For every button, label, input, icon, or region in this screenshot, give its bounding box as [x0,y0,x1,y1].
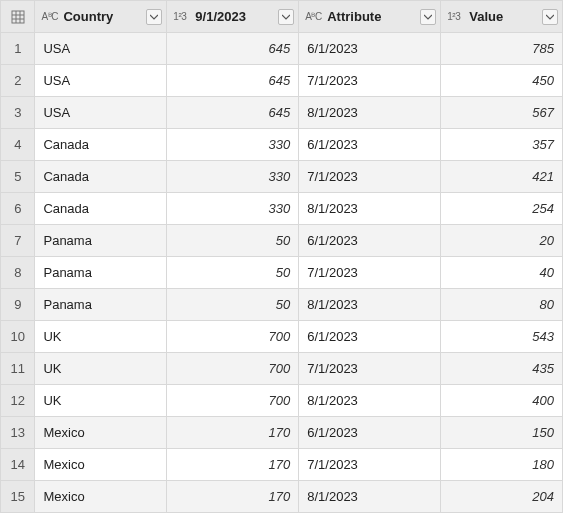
cell-value[interactable]: 543 [441,321,563,353]
cell-value[interactable]: 400 [441,385,563,417]
column-header-9-1-2023[interactable]: 1²3 9/1/2023 [167,1,299,33]
table-row[interactable]: 12UK7008/1/2023400 [1,385,563,417]
row-number[interactable]: 12 [1,385,35,417]
table-row[interactable]: 7Panama506/1/202320 [1,225,563,257]
row-number[interactable]: 2 [1,65,35,97]
cell-attribute[interactable]: 6/1/2023 [299,225,441,257]
cell-attribute[interactable]: 8/1/2023 [299,193,441,225]
table-row[interactable]: 5Canada3307/1/2023421 [1,161,563,193]
cell-value[interactable]: 80 [441,289,563,321]
cell-country[interactable]: Panama [35,289,167,321]
cell-sep[interactable]: 170 [167,417,299,449]
cell-sep[interactable]: 700 [167,385,299,417]
cell-country[interactable]: Panama [35,225,167,257]
cell-value[interactable]: 450 [441,65,563,97]
cell-country[interactable]: UK [35,321,167,353]
table-row[interactable]: 2USA6457/1/2023450 [1,65,563,97]
cell-country[interactable]: UK [35,353,167,385]
table-row[interactable]: 15Mexico1708/1/2023204 [1,481,563,513]
cell-attribute[interactable]: 8/1/2023 [299,289,441,321]
cell-sep[interactable]: 645 [167,65,299,97]
cell-attribute[interactable]: 7/1/2023 [299,353,441,385]
cell-value[interactable]: 40 [441,257,563,289]
table-row[interactable]: 3USA6458/1/2023567 [1,97,563,129]
cell-country[interactable]: USA [35,65,167,97]
row-number[interactable]: 6 [1,193,35,225]
type-badge-text-icon: AᴮC [305,12,323,22]
cell-attribute[interactable]: 7/1/2023 [299,449,441,481]
cell-sep[interactable]: 645 [167,33,299,65]
cell-sep[interactable]: 700 [167,321,299,353]
table-row[interactable]: 1USA6456/1/2023785 [1,33,563,65]
filter-dropdown-button[interactable] [278,9,294,25]
cell-country[interactable]: Mexico [35,449,167,481]
cell-country[interactable]: Mexico [35,417,167,449]
row-number[interactable]: 3 [1,97,35,129]
row-number[interactable]: 4 [1,129,35,161]
cell-value[interactable]: 435 [441,353,563,385]
cell-value[interactable]: 421 [441,161,563,193]
cell-sep[interactable]: 330 [167,193,299,225]
table-row[interactable]: 13Mexico1706/1/2023150 [1,417,563,449]
row-number[interactable]: 5 [1,161,35,193]
cell-value[interactable]: 180 [441,449,563,481]
row-number[interactable]: 14 [1,449,35,481]
cell-country[interactable]: UK [35,385,167,417]
cell-attribute[interactable]: 8/1/2023 [299,97,441,129]
row-number[interactable]: 13 [1,417,35,449]
row-number[interactable]: 10 [1,321,35,353]
cell-value[interactable]: 204 [441,481,563,513]
cell-value[interactable]: 150 [441,417,563,449]
cell-country[interactable]: Canada [35,193,167,225]
cell-sep[interactable]: 700 [167,353,299,385]
cell-attribute[interactable]: 6/1/2023 [299,129,441,161]
column-header-value[interactable]: 1²3 Value [441,1,563,33]
cell-country[interactable]: USA [35,33,167,65]
cell-attribute[interactable]: 6/1/2023 [299,417,441,449]
cell-value[interactable]: 785 [441,33,563,65]
cell-attribute[interactable]: 8/1/2023 [299,385,441,417]
cell-attribute[interactable]: 7/1/2023 [299,257,441,289]
filter-dropdown-button[interactable] [542,9,558,25]
row-number[interactable]: 8 [1,257,35,289]
row-number[interactable]: 7 [1,225,35,257]
cell-country[interactable]: Canada [35,129,167,161]
table-row[interactable]: 8Panama507/1/202340 [1,257,563,289]
row-number[interactable]: 11 [1,353,35,385]
table-row[interactable]: 6Canada3308/1/2023254 [1,193,563,225]
cell-value[interactable]: 254 [441,193,563,225]
cell-country[interactable]: Mexico [35,481,167,513]
column-header-attribute[interactable]: AᴮC Attribute [299,1,441,33]
cell-sep[interactable]: 330 [167,129,299,161]
cell-value[interactable]: 357 [441,129,563,161]
cell-attribute[interactable]: 7/1/2023 [299,65,441,97]
filter-dropdown-button[interactable] [146,9,162,25]
table-row[interactable]: 9Panama508/1/202380 [1,289,563,321]
cell-value[interactable]: 20 [441,225,563,257]
cell-attribute[interactable]: 6/1/2023 [299,33,441,65]
cell-attribute[interactable]: 6/1/2023 [299,321,441,353]
column-header-country[interactable]: AᴮC Country [35,1,167,33]
cell-country[interactable]: USA [35,97,167,129]
table-row[interactable]: 14Mexico1707/1/2023180 [1,449,563,481]
table-row[interactable]: 10UK7006/1/2023543 [1,321,563,353]
cell-country[interactable]: Panama [35,257,167,289]
cell-sep[interactable]: 50 [167,289,299,321]
cell-attribute[interactable]: 8/1/2023 [299,481,441,513]
select-all-corner[interactable] [1,1,35,33]
cell-sep[interactable]: 50 [167,225,299,257]
row-number[interactable]: 15 [1,481,35,513]
cell-country[interactable]: Canada [35,161,167,193]
cell-sep[interactable]: 330 [167,161,299,193]
table-row[interactable]: 11UK7007/1/2023435 [1,353,563,385]
cell-value[interactable]: 567 [441,97,563,129]
row-number[interactable]: 1 [1,33,35,65]
cell-sep[interactable]: 170 [167,481,299,513]
table-row[interactable]: 4Canada3306/1/2023357 [1,129,563,161]
cell-sep[interactable]: 645 [167,97,299,129]
filter-dropdown-button[interactable] [420,9,436,25]
row-number[interactable]: 9 [1,289,35,321]
cell-sep[interactable]: 50 [167,257,299,289]
cell-attribute[interactable]: 7/1/2023 [299,161,441,193]
cell-sep[interactable]: 170 [167,449,299,481]
